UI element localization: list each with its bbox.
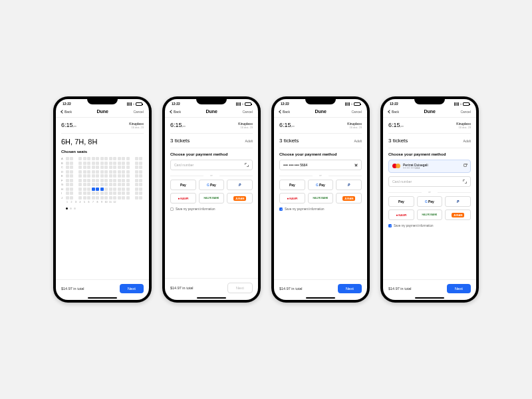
apple-pay-button[interactable]: Pay xyxy=(388,196,414,207)
kaspi-button[interactable]: ●KASPI xyxy=(279,193,305,203)
seat[interactable] xyxy=(126,196,130,200)
jusan-button[interactable]: JUSAN xyxy=(445,209,471,220)
seat[interactable] xyxy=(109,192,112,195)
seat[interactable] xyxy=(122,174,125,178)
seat[interactable] xyxy=(113,166,116,169)
seat[interactable] xyxy=(113,183,116,186)
seat[interactable] xyxy=(130,157,134,160)
seat[interactable] xyxy=(104,174,108,178)
seat[interactable] xyxy=(66,196,69,200)
save-payment-checkbox[interactable]: Save my payment information xyxy=(170,207,253,211)
cancel-button[interactable]: Cancel xyxy=(460,110,471,114)
seat[interactable] xyxy=(92,170,95,174)
save-payment-checkbox[interactable]: Save my payment information xyxy=(388,224,471,227)
seat[interactable] xyxy=(74,157,78,160)
seat[interactable] xyxy=(118,174,121,178)
seat[interactable] xyxy=(130,192,134,195)
seat[interactable] xyxy=(92,174,95,178)
google-pay-button[interactable]: G Pay xyxy=(308,180,334,190)
seat[interactable] xyxy=(126,157,130,160)
seat[interactable] xyxy=(87,166,90,169)
seat[interactable] xyxy=(92,157,95,160)
seat[interactable] xyxy=(96,179,99,182)
seat[interactable] xyxy=(113,179,116,182)
seat[interactable] xyxy=(122,192,125,195)
seat[interactable] xyxy=(104,166,108,169)
back-button[interactable]: Back xyxy=(388,110,399,114)
seat[interactable] xyxy=(139,162,142,165)
kaspi-button[interactable]: ●KASPI xyxy=(170,193,196,203)
seat[interactable] xyxy=(83,192,86,195)
seat[interactable] xyxy=(139,166,142,169)
back-button[interactable]: Back xyxy=(170,110,181,114)
seat[interactable] xyxy=(104,162,108,165)
seat[interactable] xyxy=(122,157,125,160)
seat[interactable] xyxy=(118,196,121,200)
seat[interactable] xyxy=(74,188,78,191)
seat[interactable] xyxy=(139,157,142,160)
seat[interactable] xyxy=(135,157,138,160)
seat[interactable] xyxy=(122,162,125,165)
pagination-dots[interactable] xyxy=(66,207,144,209)
seat[interactable] xyxy=(139,183,142,186)
seat[interactable] xyxy=(96,162,99,165)
seat[interactable] xyxy=(113,188,116,191)
seat[interactable] xyxy=(96,183,99,186)
seat[interactable] xyxy=(118,183,121,186)
seat[interactable] xyxy=(113,192,116,195)
apple-pay-button[interactable]: Pay xyxy=(170,180,196,190)
seat[interactable] xyxy=(78,162,82,165)
seat[interactable] xyxy=(96,170,99,174)
seat[interactable] xyxy=(104,157,108,160)
seat[interactable] xyxy=(109,170,112,174)
seat[interactable] xyxy=(87,157,90,160)
seat[interactable] xyxy=(66,157,69,160)
seat[interactable] xyxy=(104,192,108,195)
seat[interactable] xyxy=(109,166,112,169)
seat[interactable] xyxy=(109,157,112,160)
seat[interactable] xyxy=(96,188,99,191)
seat[interactable] xyxy=(109,183,112,186)
seat[interactable] xyxy=(66,174,69,178)
seat[interactable] xyxy=(139,179,142,182)
seat[interactable] xyxy=(130,196,134,200)
seat[interactable] xyxy=(92,162,95,165)
seat[interactable] xyxy=(100,166,104,169)
seat[interactable] xyxy=(100,157,104,160)
seat[interactable] xyxy=(92,183,95,186)
seat[interactable] xyxy=(96,192,99,195)
seat[interactable] xyxy=(66,170,69,174)
seat[interactable] xyxy=(70,166,73,169)
seat[interactable] xyxy=(87,162,90,165)
seat[interactable] xyxy=(74,162,78,165)
seat[interactable] xyxy=(83,166,86,169)
seat[interactable] xyxy=(74,183,78,186)
paypal-button[interactable]: P xyxy=(227,180,253,190)
seat[interactable] xyxy=(87,183,90,186)
seat[interactable] xyxy=(113,162,116,165)
google-pay-button[interactable]: G Pay xyxy=(417,196,443,207)
seat[interactable] xyxy=(104,170,108,174)
seat[interactable] xyxy=(109,162,112,165)
seat[interactable] xyxy=(96,157,99,160)
seat[interactable] xyxy=(70,179,73,182)
seat[interactable] xyxy=(100,162,104,165)
seat[interactable] xyxy=(118,157,121,160)
seat[interactable] xyxy=(96,196,99,200)
seat[interactable] xyxy=(66,192,69,195)
seat[interactable] xyxy=(130,188,134,191)
seat[interactable] xyxy=(70,196,73,200)
seat[interactable] xyxy=(118,179,121,182)
back-button[interactable]: Back xyxy=(61,110,72,114)
jusan-button[interactable]: JUSAN xyxy=(227,193,253,203)
seat[interactable] xyxy=(135,188,138,191)
seat[interactable] xyxy=(87,196,90,200)
seat[interactable] xyxy=(139,196,142,200)
seat[interactable] xyxy=(92,188,95,191)
seat[interactable] xyxy=(83,162,86,165)
seat[interactable] xyxy=(130,179,134,182)
seat[interactable] xyxy=(83,196,86,200)
seat[interactable] xyxy=(83,174,86,178)
seat[interactable] xyxy=(83,179,86,182)
apple-pay-button[interactable]: Pay xyxy=(279,180,305,190)
